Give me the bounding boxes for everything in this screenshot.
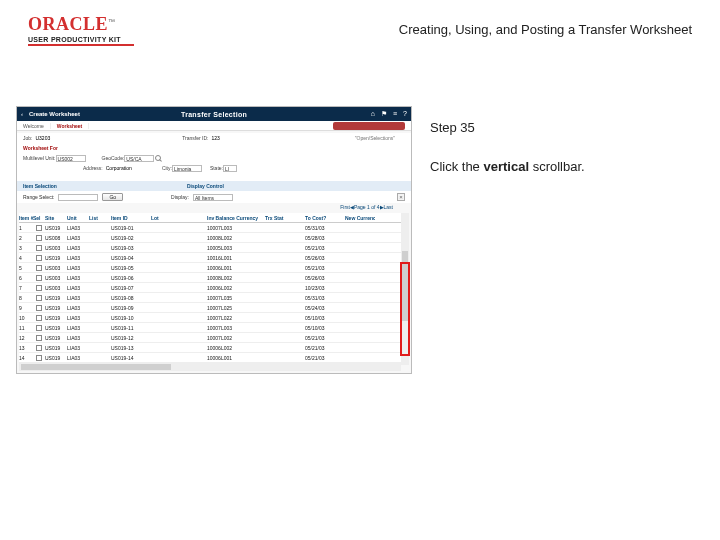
cell-site: US019 [45, 355, 67, 361]
address-value: Corporation [106, 165, 132, 171]
row-checkbox[interactable] [36, 275, 42, 281]
cell-unit: LIA03 [67, 265, 89, 271]
status-value: "Open/Selections" [355, 135, 395, 141]
flag-icon[interactable]: ⚑ [381, 110, 387, 118]
col-list[interactable]: List [89, 215, 111, 221]
cell-lot: 10008L002 [207, 235, 265, 241]
search-icon[interactable] [155, 155, 161, 161]
help-icon[interactable]: ? [403, 110, 407, 118]
screen-title: Transfer Selection [17, 111, 411, 118]
table-row[interactable]: 3US003LIA03US019-0310005L00305/21/03 [19, 243, 401, 253]
vertical-scrollbar[interactable] [401, 213, 409, 365]
new-window-chip[interactable] [333, 122, 405, 130]
home-icon[interactable]: ⌂ [371, 110, 375, 118]
cell-itemno: 5 [19, 265, 33, 271]
row-checkbox[interactable] [36, 225, 42, 231]
logo-tm: ™ [108, 18, 115, 25]
table-row[interactable]: 2US008LIA03US019-0210008L00205/28/03 [19, 233, 401, 243]
row-checkbox[interactable] [36, 255, 42, 261]
col-inv-bal[interactable]: Inv Balance Currency [207, 215, 265, 221]
cell-itemid: US019-12 [111, 335, 151, 341]
v-scroll-thumb[interactable] [402, 251, 408, 321]
cell-lot: 10007L002 [207, 335, 265, 341]
col-lot[interactable]: Lot [151, 215, 207, 221]
logo-brand: ORACLE [28, 14, 108, 34]
menu-icon[interactable]: ≡ [393, 110, 397, 118]
table-row[interactable]: 10US019LIA03US019-1010007L02205/10/03 [19, 313, 401, 323]
row-checkbox[interactable] [36, 285, 42, 291]
table-row[interactable]: 13US019LIA03US019-1310006L00205/21/03 [19, 343, 401, 353]
tab-welcome[interactable]: Welcome [17, 123, 51, 129]
row-checkbox[interactable] [36, 265, 42, 271]
row-checkbox[interactable] [36, 305, 42, 311]
tab-worksheet[interactable]: Worksheet [51, 123, 89, 129]
cell-unit: LIA03 [67, 275, 89, 281]
table-row[interactable]: 4US019LIA03US019-0410016L00105/26/03 [19, 253, 401, 263]
row-checkbox[interactable] [36, 245, 42, 251]
h-scroll-thumb[interactable] [21, 364, 171, 370]
col-sel[interactable]: Sel [33, 215, 45, 221]
geocode-label: GeoCode: [102, 155, 125, 161]
col-new-cur[interactable]: New Currency [345, 215, 375, 221]
table-row[interactable]: 1US019LIA03US019-0110007L00305/31/03 [19, 223, 401, 233]
cell-lot: 10006L002 [207, 285, 265, 291]
range-select-label: Range Select: [23, 194, 54, 200]
display-select[interactable]: All Items [193, 194, 233, 201]
col-site[interactable]: Site [45, 215, 67, 221]
cell-site: US003 [45, 275, 67, 281]
col-itemid[interactable]: Item ID [111, 215, 151, 221]
cell-itemid: US019-14 [111, 355, 151, 361]
row-checkbox[interactable] [36, 315, 42, 321]
close-icon[interactable]: × [397, 193, 405, 201]
job-label: Job: [23, 135, 32, 141]
cell-itemid: US019-09 [111, 305, 151, 311]
row-checkbox[interactable] [36, 335, 42, 341]
table-header: Item # Sel Site Unit List Item ID Lot In… [19, 213, 401, 223]
col-trx-stat[interactable]: Trx Stat [265, 215, 305, 221]
cell-site: US019 [45, 255, 67, 261]
table-row[interactable]: 5US003LIA03US019-0510006L00105/21/03 [19, 263, 401, 273]
cell-itemno: 13 [19, 345, 33, 351]
state-input[interactable]: LI [223, 165, 237, 172]
multilevel-unit-input[interactable]: US002 [56, 155, 86, 162]
cell-cost: 05/10/03 [305, 325, 345, 331]
row-checkbox[interactable] [36, 325, 42, 331]
table-row[interactable]: 11US019LIA03US019-1110007L00305/10/03 [19, 323, 401, 333]
cell-cost: 05/26/03 [305, 255, 345, 261]
range-select-input[interactable] [58, 194, 98, 201]
table-row[interactable]: 7US003LIA03US019-0710006L00210/23/03 [19, 283, 401, 293]
cell-cost: 05/28/03 [305, 235, 345, 241]
horizontal-scrollbar[interactable] [19, 363, 401, 371]
cell-itemno: 9 [19, 305, 33, 311]
go-button[interactable]: Go [102, 193, 123, 201]
cell-unit: LIA03 [67, 315, 89, 321]
cell-itemid: US019-08 [111, 295, 151, 301]
row-checkbox[interactable] [36, 295, 42, 301]
cell-lot: 10005L003 [207, 245, 265, 251]
table-row[interactable]: 6US003LIA03US019-0610008L00205/26/03 [19, 273, 401, 283]
col-itemno[interactable]: Item # [19, 215, 33, 221]
cell-lot: 10007L035 [207, 295, 265, 301]
table-row[interactable]: 14US019LIA03US019-1410006L00105/21/03 [19, 353, 401, 363]
transfer-id-label: Transfer ID: [182, 135, 208, 141]
cell-lot: 10007L022 [207, 315, 265, 321]
table-row[interactable]: 8US019LIA03US019-0810007L03505/31/03 [19, 293, 401, 303]
grid-paging[interactable]: First◀Page 1 of 4▶Last [340, 204, 393, 210]
city-input[interactable]: Limonia [172, 165, 202, 172]
cell-itemid: US019-04 [111, 255, 151, 261]
col-to-cost[interactable]: To Cost? [305, 215, 345, 221]
section-bar: Item Selection Display Control [17, 181, 411, 191]
row-checkbox[interactable] [36, 355, 42, 361]
table-row[interactable]: 9US019LIA03US019-0910007L02505/24/03 [19, 303, 401, 313]
col-unit[interactable]: Unit [67, 215, 89, 221]
app-screenshot: ‹ Create Worksheet Transfer Selection ⌂ … [16, 106, 412, 374]
row-checkbox[interactable] [36, 345, 42, 351]
cell-cost: 05/21/03 [305, 355, 345, 361]
table-row[interactable]: 12US019LIA03US019-1210007L00205/21/03 [19, 333, 401, 343]
geocode-input[interactable]: US/CA [124, 155, 154, 162]
display-label: Display: [171, 194, 189, 200]
cell-site: US008 [45, 235, 67, 241]
row-checkbox[interactable] [36, 235, 42, 241]
items-table: Item # Sel Site Unit List Item ID Lot In… [19, 213, 401, 363]
cell-itemno: 4 [19, 255, 33, 261]
